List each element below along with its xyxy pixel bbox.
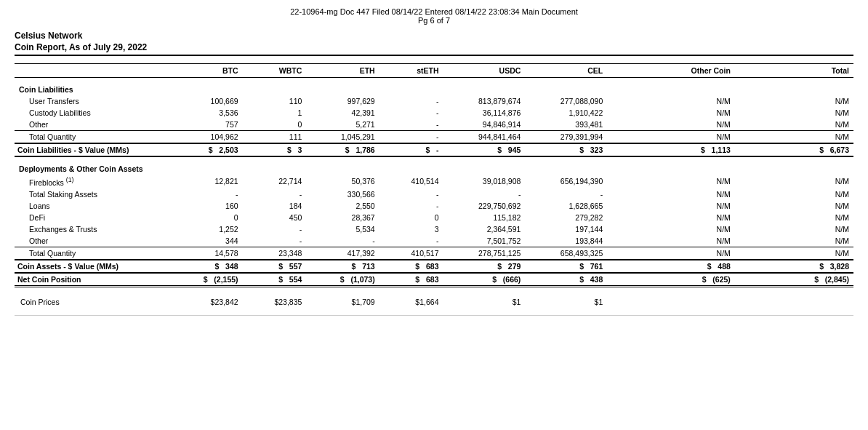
col-cel: CEL (525, 64, 607, 78)
custody-liabilities-row: Custody Liabilities 3,536 1 42,391 - 36,… (15, 107, 853, 119)
report-title: Coin Report, As of July 29, 2022 (15, 42, 853, 56)
col-wbtc: WBTC (243, 64, 307, 78)
col-eth: ETH (306, 64, 379, 78)
col-total: Total (735, 64, 853, 78)
doc-header: 22-10964-mg Doc 447 Filed 08/14/22 Enter… (15, 7, 853, 25)
net-coin-position-row: Net Coin Position $ (2,155) $ 554 $ (1,0… (15, 273, 853, 287)
col-steth: stETH (379, 64, 443, 78)
loans-row: Loans 160 184 2,550 - 229,750,692 1,628,… (15, 200, 853, 212)
user-transfers-row: User Transfers 100,669 110 997,629 - 813… (15, 95, 853, 107)
coin-report-table: BTC WBTC ETH stETH USDC CEL Other Coin T… (15, 63, 853, 308)
defi-row: DeFi 0 450 28,367 0 115,182 279,282 N/M … (15, 212, 853, 223)
company-name: Celsius Network (15, 31, 853, 41)
coin-assets-value-row: Coin Assets - $ Value (MMs) $ 348 $ 557 … (15, 260, 853, 273)
other-deployments-row: Other 344 - - - 7,501,752 193,844 N/M N/… (15, 235, 853, 247)
deployments-total-qty: Total Quantity 14,578 23,348 417,392 410… (15, 247, 853, 260)
col-usdc: USDC (443, 64, 525, 78)
other-liabilities-row: Other 757 0 5,271 - 94,846,914 393,481 N… (15, 119, 853, 131)
fireblocks-row: Fireblocks (1) 12,821 22,714 50,376 410,… (15, 175, 853, 188)
coin-liabilities-total-qty: Total Quantity 104,962 111 1,045,291 - 9… (15, 131, 853, 144)
exchanges-trusts-row: Exchanges & Trusts 1,252 - 5,534 3 2,364… (15, 223, 853, 235)
col-btc: BTC (179, 64, 243, 78)
coin-prices-row: Coin Prices $23,842 $23,835 $1,709 $1,66… (15, 296, 853, 308)
col-other: Other Coin (607, 64, 735, 78)
coin-liabilities-value-row: Coin Liabilities - $ Value (MMs) $ 2,503… (15, 143, 853, 156)
doc-line2: Pg 6 of 7 (15, 16, 853, 25)
deployments-header: Deployments & Other Coin Assets (15, 156, 853, 175)
doc-line1: 22-10964-mg Doc 447 Filed 08/14/22 Enter… (15, 7, 853, 16)
spacer-row (15, 286, 853, 296)
total-staking-assets-row: Total Staking Assets - - 330,566 - - - N… (15, 188, 853, 200)
coin-liabilities-header: Coin Liabilities (15, 78, 853, 96)
